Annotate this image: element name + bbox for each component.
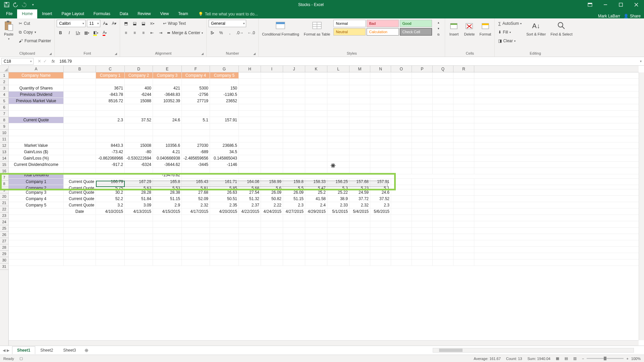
zoom-control[interactable]: − + 100%: [582, 357, 641, 361]
styles-scroll-down-icon[interactable]: ▾: [435, 26, 442, 31]
row-header[interactable]: 25: [0, 225, 8, 232]
border-button[interactable]: ▦▾: [83, 29, 91, 37]
cell[interactable]: [453, 117, 474, 123]
row-header[interactable]: 13: [0, 149, 8, 155]
cell[interactable]: [327, 234, 350, 240]
cell[interactable]: [239, 104, 261, 110]
cell[interactable]: [305, 85, 327, 91]
cell[interactable]: 10352.39: [153, 98, 182, 104]
cell[interactable]: [182, 130, 210, 136]
cell[interactable]: 4/20/2015: [210, 208, 239, 215]
cell[interactable]: Current Dividend/Income: [9, 162, 64, 168]
cell[interactable]: 5.5: [283, 185, 305, 189]
cell[interactable]: -0.530222694: [125, 155, 153, 161]
cell[interactable]: [350, 98, 370, 104]
cell[interactable]: [96, 168, 125, 174]
cell[interactable]: [182, 221, 210, 227]
maximize-icon[interactable]: [613, 0, 629, 9]
cell[interactable]: 157.68: [350, 179, 370, 185]
cell[interactable]: 2.33: [327, 202, 350, 208]
cell[interactable]: [453, 240, 474, 246]
cell[interactable]: 5.63: [125, 185, 153, 189]
cell[interactable]: Quantity of Shares: [9, 85, 64, 91]
cell[interactable]: [391, 228, 412, 234]
new-sheet-icon[interactable]: ⊕: [83, 347, 90, 354]
italic-button[interactable]: I: [65, 29, 73, 37]
cell[interactable]: -3445: [182, 162, 210, 168]
cell[interactable]: [433, 196, 453, 202]
column-header[interactable]: H: [239, 66, 261, 72]
cell[interactable]: Date: [64, 208, 96, 215]
cell[interactable]: [412, 136, 433, 142]
cell[interactable]: [96, 259, 125, 265]
cell[interactable]: [283, 85, 305, 91]
cell[interactable]: [283, 247, 305, 253]
cell[interactable]: Current Quote: [64, 202, 96, 208]
cell[interactable]: [327, 142, 350, 148]
cell[interactable]: [412, 142, 433, 148]
tab-page-layout[interactable]: Page Layout: [57, 9, 89, 18]
row-header[interactable]: 28: [0, 244, 8, 251]
cell[interactable]: [153, 240, 182, 246]
format-as-table-button[interactable]: Format as Table: [303, 20, 332, 37]
cell[interactable]: -15476.82: [153, 174, 182, 178]
cell[interactable]: [153, 228, 182, 234]
cell[interactable]: Company 1: [96, 72, 125, 78]
cell[interactable]: [96, 123, 125, 129]
dialog-launcher-icon[interactable]: ◢: [115, 52, 117, 55]
cell[interactable]: [96, 215, 125, 221]
cell[interactable]: [9, 215, 64, 221]
cell[interactable]: [64, 72, 96, 78]
cell[interactable]: [182, 259, 210, 265]
cell[interactable]: [283, 98, 305, 104]
column-header[interactable]: N: [370, 66, 391, 72]
minimize-icon[interactable]: [598, 0, 613, 9]
cell[interactable]: 4.21: [153, 149, 182, 155]
signed-in-user[interactable]: Mark LaBarr: [598, 14, 620, 18]
cell[interactable]: [64, 221, 96, 227]
cancel-formula-icon[interactable]: ✕: [38, 59, 41, 64]
cell[interactable]: -1180.5: [210, 92, 239, 98]
cell[interactable]: [350, 240, 370, 246]
cell[interactable]: [239, 228, 261, 234]
cell[interactable]: [370, 234, 391, 240]
close-icon[interactable]: [629, 0, 644, 9]
decrease-indent-icon[interactable]: ⇤: [148, 29, 156, 37]
column-header[interactable]: J: [283, 66, 305, 72]
cell[interactable]: [239, 234, 261, 240]
cell[interactable]: Company 2: [9, 185, 64, 189]
worksheet-grid[interactable]: ABCDEFGHIJKLMNOPQR 123456789101112131415…: [0, 66, 644, 346]
row-header[interactable]: 11: [0, 136, 8, 142]
cell[interactable]: Company 2: [125, 72, 153, 78]
cell[interactable]: [391, 136, 412, 142]
style-calculation[interactable]: Calculation: [367, 28, 399, 36]
cell[interactable]: [239, 253, 261, 259]
row-header[interactable]: 23: [0, 213, 8, 219]
cell[interactable]: Total Dividend: [9, 174, 64, 178]
sheet-tab-2[interactable]: Sheet2: [35, 346, 58, 354]
cell[interactable]: [239, 215, 261, 221]
cell[interactable]: [412, 185, 433, 189]
cell[interactable]: [261, 123, 283, 129]
cell[interactable]: 2.35: [210, 202, 239, 208]
cell[interactable]: [370, 253, 391, 259]
cell[interactable]: 167.29: [125, 179, 153, 185]
cell[interactable]: [64, 155, 96, 161]
cell[interactable]: [412, 240, 433, 246]
cell[interactable]: [433, 259, 453, 265]
cell[interactable]: [370, 136, 391, 142]
cell[interactable]: [283, 149, 305, 155]
cell[interactable]: [350, 92, 370, 98]
cell[interactable]: 52.09: [182, 196, 210, 202]
cell[interactable]: 5/1/2015: [327, 208, 350, 215]
cell[interactable]: [433, 92, 453, 98]
cell[interactable]: [64, 247, 96, 253]
cell[interactable]: [96, 247, 125, 253]
cell[interactable]: [305, 111, 327, 117]
cell[interactable]: -917.2: [96, 162, 125, 168]
cell[interactable]: Company 1: [9, 179, 64, 185]
cell[interactable]: 5.81: [182, 185, 210, 189]
decrease-font-icon[interactable]: A▾: [110, 20, 118, 27]
row-header[interactable]: 26: [0, 232, 8, 238]
cell[interactable]: [64, 240, 96, 246]
